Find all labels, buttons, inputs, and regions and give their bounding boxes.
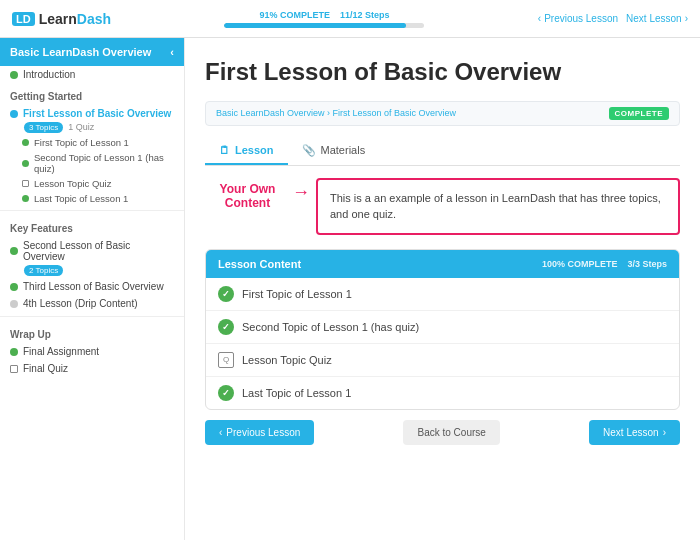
sidebar-item-drip[interactable]: 4th Lesson (Drip Content) [0,295,184,312]
progress-percent: 91% COMPLETE [259,10,330,20]
sidebar-item-topic1[interactable]: First Topic of Lesson 1 [0,135,184,150]
lesson-text: This is a an example of a lesson in Lear… [330,192,661,221]
tab-lesson[interactable]: 🗒 Lesson [205,138,288,165]
content-item-4[interactable]: Last Topic of Lesson 1 [206,377,679,409]
annotation-label: Your Own Content [205,182,290,211]
lesson-content-section: Lesson Content 100% COMPLETE 3/3 Steps F… [205,249,680,410]
sidebar-chevron-icon: ‹ [170,46,174,58]
sidebar-item-topic-last[interactable]: Last Topic of Lesson 1 [0,191,184,206]
next-lesson-btn[interactable]: Next Lesson › [626,13,688,24]
next-chevron-icon: › [685,13,688,24]
lesson-content-progress: 100% COMPLETE 3/3 Steps [542,259,667,269]
content-item-1[interactable]: First Topic of Lesson 1 [206,278,679,311]
nav-buttons: ‹ Previous Lesson Next Lesson › [538,13,688,24]
back-to-course-btn[interactable]: Back to Course [403,420,499,445]
tab-materials[interactable]: 📎 Materials [288,138,380,165]
content-area: First Lesson of Basic Overview Basic Lea… [185,38,700,540]
prev-chevron-icon: ‹ [538,13,541,24]
bottom-next-btn[interactable]: Next Lesson › [589,420,680,445]
sidebar-item-introduction[interactable]: Introduction [0,66,184,83]
sidebar-title: Basic LearnDash Overview [10,46,151,58]
check-icon-4 [218,385,234,401]
content-with-annotation: Your Own Content → This is a an example … [205,178,680,235]
bottom-prev-btn[interactable]: ‹ Previous Lesson [205,420,314,445]
lesson-content-header: Lesson Content 100% COMPLETE 3/3 Steps [206,250,679,278]
final-quiz-square-icon [10,365,18,373]
sidebar-item-first-lesson[interactable]: First Lesson of Basic Overview [0,105,184,122]
materials-tab-icon: 📎 [302,144,316,157]
second-lesson-dot-icon [10,247,18,255]
sidebar-header: Basic LearnDash Overview ‹ [0,38,184,66]
quiz-square-icon [22,180,29,187]
sidebar-item-topic2[interactable]: Second Topic of Lesson 1 (has quiz) [0,150,184,176]
sidebar-item-third-lesson[interactable]: Third Lesson of Basic Overview [0,278,184,295]
drip-dot-icon [10,300,18,308]
main-layout: Basic LearnDash Overview ‹ Introduction … [0,38,700,540]
final-assign-dot-icon [10,348,18,356]
intro-dot-icon [10,71,18,79]
topic1-dot-icon [22,139,29,146]
topic2-dot-icon [22,160,29,167]
sidebar-section-getting-started: Getting Started [0,83,184,105]
sidebar-item-final-assignment[interactable]: Final Assignment [0,343,184,360]
prev-lesson-btn[interactable]: ‹ Previous Lesson [538,13,618,24]
logo-dash: Dash [77,11,111,27]
sidebar-sub-info-2: 2 Topics [0,265,184,278]
progress-area: 91% COMPLETE 11/12 Steps [111,10,538,28]
prev-arrow-icon: ‹ [219,427,222,438]
sidebar-item-quiz[interactable]: Lesson Topic Quiz [0,176,184,191]
sidebar-section-wrap-up: Wrap Up [0,321,184,343]
sidebar-item-second-lesson[interactable]: Second Lesson of Basic Overview [0,237,184,265]
content-item-quiz[interactable]: Q Lesson Topic Quiz [206,344,679,377]
check-icon-2 [218,319,234,335]
bottom-bar: ‹ Previous Lesson Back to Course Next Le… [205,410,680,445]
last-topic-dot-icon [22,195,29,202]
first-lesson-dot-icon [10,110,18,118]
lesson-text-box: This is a an example of a lesson in Lear… [316,178,680,235]
next-arrow-icon: › [663,427,666,438]
sidebar-divider-2 [0,316,184,317]
logo-learn: Learn [39,11,77,27]
breadcrumb-bar: Basic LearnDash Overview › First Lesson … [205,101,680,126]
lesson-content-title: Lesson Content [218,258,301,270]
quiz-icon: Q [218,352,234,368]
lesson-tab-icon: 🗒 [219,144,230,156]
top-bar: LD Learn Dash 91% COMPLETE 11/12 Steps ‹… [0,0,700,38]
arrow-icon: → [292,182,310,203]
logo-icon: LD [12,12,35,26]
third-lesson-dot-icon [10,283,18,291]
sidebar: Basic LearnDash Overview ‹ Introduction … [0,38,185,540]
progress-steps: 11/12 Steps [340,10,390,20]
sidebar-item-final-quiz[interactable]: Final Quiz [0,360,184,377]
breadcrumb: Basic LearnDash Overview › First Lesson … [216,108,456,118]
lesson-title: First Lesson of Basic Overview [205,58,680,87]
tabs: 🗒 Lesson 📎 Materials [205,138,680,166]
complete-badge: COMPLETE [609,107,669,120]
check-icon-1 [218,286,234,302]
sidebar-section-key-features: Key Features [0,215,184,237]
progress-bar-container [224,23,424,28]
progress-bar-fill [224,23,406,28]
logo: LD Learn Dash [12,11,111,27]
content-item-2[interactable]: Second Topic of Lesson 1 (has quiz) [206,311,679,344]
sidebar-divider-1 [0,210,184,211]
sidebar-sub-info: 3 Topics 1 Quiz [0,122,184,135]
